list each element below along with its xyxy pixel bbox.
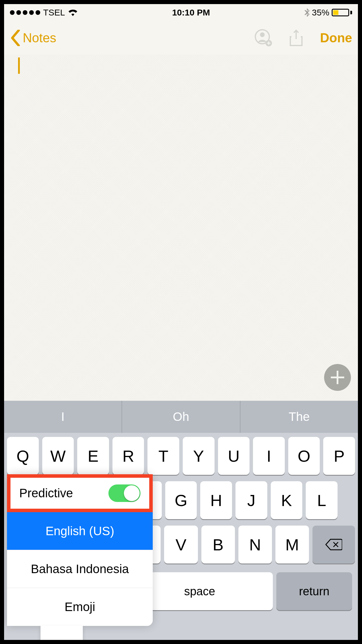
add-people-icon[interactable]: [255, 29, 272, 47]
popover-tail: [41, 626, 83, 644]
key-row-1: Q W E R T Y U I O P: [7, 437, 355, 475]
status-left: TSEL: [10, 8, 78, 18]
suggestion-1[interactable]: I: [4, 401, 122, 433]
text-cursor: [18, 57, 20, 74]
key-t[interactable]: T: [147, 437, 179, 475]
key-i[interactable]: I: [253, 437, 285, 475]
key-y[interactable]: Y: [183, 437, 215, 475]
predictive-toggle[interactable]: [108, 484, 140, 502]
key-k[interactable]: K: [271, 481, 303, 519]
return-key[interactable]: return: [276, 572, 352, 610]
key-j[interactable]: J: [236, 481, 267, 519]
new-note-button[interactable]: [324, 364, 351, 391]
key-q[interactable]: Q: [7, 437, 39, 475]
predictive-label: Predictive: [19, 486, 73, 500]
back-label: Notes: [23, 31, 56, 45]
wifi-icon: [68, 9, 78, 16]
lang-option-emoji[interactable]: Emoji: [7, 588, 153, 626]
signal-strength-icon: [10, 10, 40, 15]
key-h[interactable]: H: [200, 481, 232, 519]
backspace-key[interactable]: [312, 526, 355, 564]
key-g[interactable]: G: [165, 481, 197, 519]
key-m[interactable]: M: [275, 526, 309, 564]
done-button[interactable]: Done: [320, 31, 352, 45]
lang-option-indonesian[interactable]: Bahasa Indonesia: [7, 550, 153, 588]
key-w[interactable]: W: [42, 437, 74, 475]
battery-percent: 35%: [312, 8, 329, 18]
nav-bar: Notes Done: [4, 21, 358, 55]
suggestion-bar: I Oh The: [4, 401, 358, 433]
bluetooth-icon: [304, 8, 310, 17]
nav-actions: Done: [255, 29, 352, 47]
key-b[interactable]: B: [201, 526, 235, 564]
status-right: 35%: [304, 8, 352, 18]
key-n[interactable]: N: [238, 526, 272, 564]
svg-point-1: [260, 32, 265, 37]
key-l[interactable]: L: [306, 481, 338, 519]
status-time: 10:10 PM: [172, 8, 210, 18]
suggestion-2[interactable]: Oh: [122, 401, 240, 433]
battery-icon: [332, 9, 352, 16]
lang-option-english[interactable]: English (US): [7, 512, 153, 550]
back-button[interactable]: Notes: [10, 30, 56, 46]
key-p[interactable]: P: [323, 437, 355, 475]
key-v[interactable]: V: [164, 526, 198, 564]
status-bar: TSEL 10:10 PM 35%: [4, 4, 358, 21]
key-r[interactable]: R: [113, 437, 144, 475]
share-icon[interactable]: [287, 29, 305, 47]
key-o[interactable]: O: [288, 437, 320, 475]
toggle-knob: [124, 485, 140, 501]
key-e[interactable]: E: [77, 437, 109, 475]
suggestion-3[interactable]: The: [240, 401, 358, 433]
chevron-left-icon: [10, 30, 22, 46]
carrier-label: TSEL: [43, 8, 65, 18]
predictive-toggle-row[interactable]: Predictive: [7, 474, 153, 512]
keyboard: I Oh The Q W E R T Y U I O P A S D F G H…: [4, 401, 358, 640]
key-u[interactable]: U: [218, 437, 250, 475]
backspace-icon: [325, 539, 342, 550]
keyboard-language-popover: Predictive English (US) Bahasa Indonesia…: [7, 474, 153, 626]
note-content-area[interactable]: [4, 55, 358, 401]
